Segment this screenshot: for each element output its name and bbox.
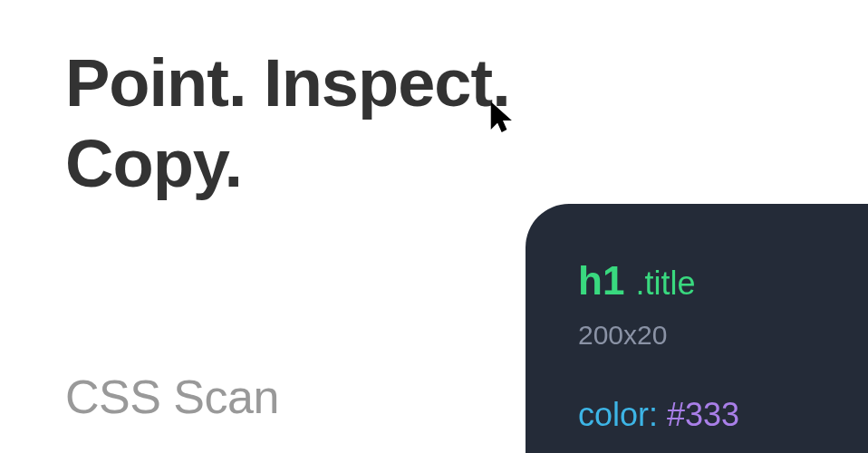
hero-title-line1: Point. Inspect. (65, 45, 510, 120)
element-dimensions: 200x20 (578, 320, 868, 351)
cursor-icon (489, 100, 515, 136)
product-name: CSS Scan (65, 370, 279, 424)
css-selector: h1 .title (578, 258, 868, 304)
hero-title: Point. Inspect. Copy. (65, 43, 510, 205)
css-value: #333 (667, 396, 739, 433)
hero-title-line2: Copy. (65, 126, 242, 201)
selector-class: .title (636, 265, 696, 302)
css-colon: : (649, 396, 667, 433)
css-declaration: color: #333 (578, 396, 868, 434)
inspector-panel: h1 .title 200x20 color: #333 (526, 204, 868, 453)
selector-tag: h1 (578, 258, 624, 303)
css-property: color (578, 396, 649, 433)
